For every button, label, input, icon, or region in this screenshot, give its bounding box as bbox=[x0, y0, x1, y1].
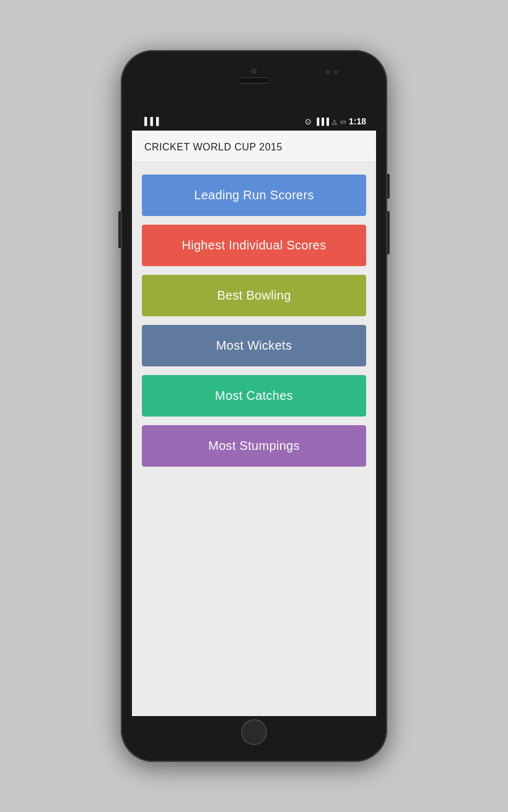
battery-icon: ▭ bbox=[340, 118, 346, 125]
app-header: CRICKET WORLD CUP 2015 bbox=[132, 131, 376, 162]
sensors bbox=[325, 70, 338, 74]
signal-triangle-icon: △ bbox=[332, 118, 337, 125]
top-bezel bbox=[132, 61, 376, 112]
highest-individual-scores-button[interactable]: Highest Individual Scores bbox=[142, 225, 366, 266]
power-button bbox=[387, 174, 390, 199]
most-stumpings-button[interactable]: Most Stumpings bbox=[142, 425, 366, 467]
status-time: 1:18 bbox=[349, 116, 366, 126]
signal-icon: ▐▐▐ bbox=[315, 118, 329, 125]
most-wickets-button[interactable]: Most Wickets bbox=[142, 325, 366, 366]
app-title: CRICKET WORLD CUP 2015 bbox=[144, 142, 282, 152]
home-button[interactable] bbox=[241, 719, 267, 745]
earpiece bbox=[238, 77, 270, 84]
phone-device: ▐▐▐ ⊙ ▐▐▐ △ ▭ 1:18 CRICKET WORLD CUP 201… bbox=[121, 50, 387, 762]
best-bowling-button[interactable]: Best Bowling bbox=[142, 275, 366, 316]
screen: CRICKET WORLD CUP 2015 Leading Run Score… bbox=[132, 131, 376, 716]
status-bar: ▐▐▐ ⊙ ▐▐▐ △ ▭ 1:18 bbox=[132, 112, 376, 131]
menu-icon: ▐▐▐ bbox=[142, 117, 160, 126]
bottom-bezel bbox=[132, 716, 376, 748]
volume-button bbox=[118, 211, 121, 248]
most-catches-button[interactable]: Most Catches bbox=[142, 375, 366, 417]
leading-run-scorers-button[interactable]: Leading Run Scorers bbox=[142, 175, 366, 216]
front-camera bbox=[252, 69, 256, 74]
status-right: ⊙ ▐▐▐ △ ▭ 1:18 bbox=[305, 116, 366, 126]
status-left: ▐▐▐ bbox=[142, 117, 160, 126]
wifi-icon: ⊙ bbox=[305, 117, 312, 126]
sensor-dot-1 bbox=[325, 70, 330, 74]
sensor-dot-2 bbox=[333, 70, 338, 74]
volume-down-button bbox=[387, 211, 390, 254]
menu-list: Leading Run Scorers Highest Individual S… bbox=[132, 162, 376, 716]
